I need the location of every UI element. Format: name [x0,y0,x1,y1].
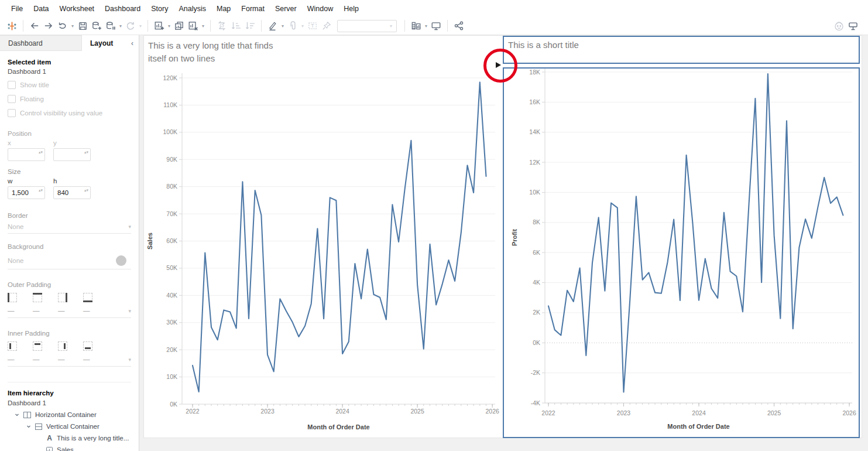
profit-sheet-container[interactable]: -4K-2K0K2K4K6K8K10K12K14K16K18K202220232… [503,67,860,438]
position-heading: Position [8,130,131,137]
spinner-arrows-icon[interactable]: ▴▾ [84,149,88,155]
new-worksheet-caret[interactable]: ▾ [166,23,172,29]
inner-padding-left[interactable]: — [8,341,33,363]
svg-text:Month of Order Date: Month of Order Date [667,423,729,430]
new-data-source-button[interactable] [90,19,104,33]
clear-sheet-caret[interactable]: ▾ [200,23,206,29]
size-h-input[interactable]: 840 ▴▾ [53,186,91,199]
pause-auto-updates-button[interactable] [104,19,118,33]
background-dropdown[interactable]: None [8,250,131,269]
swap-rows-columns-button[interactable] [215,19,229,33]
border-dropdown[interactable]: None ▾ [8,219,131,234]
back-button[interactable] [28,19,42,33]
dashboard-surface[interactable]: This is a very long title that finds its… [143,35,862,438]
background-heading: Background [8,243,131,250]
tree-item-horizontal-container[interactable]: Horizontal Container [8,409,131,421]
hierarchy-root[interactable]: Dashboard 1 [8,399,131,406]
outer-padding-right[interactable]: — [58,293,83,314]
replay-animation-button[interactable] [56,19,70,33]
fix-axes-button[interactable] [320,19,334,33]
svg-text:T: T [311,23,314,29]
floating-checkbox[interactable]: Floating [8,95,131,103]
show-mark-labels-button[interactable]: T [306,19,320,33]
chevron-down-icon[interactable] [26,424,32,429]
group-members-button[interactable] [286,19,300,33]
position-x-input[interactable]: ▴▾ [8,148,45,161]
menu-map[interactable]: Map [211,5,236,13]
svg-text:70K: 70K [166,210,177,217]
group-members-caret[interactable]: ▾ [300,23,306,29]
menu-file[interactable]: File [6,5,28,13]
tree-item-long-title-text[interactable]: A This is a very long title... [8,432,131,444]
tab-layout[interactable]: Layout [82,35,124,51]
profit-chart[interactable]: -4K-2K0K2K4K6K8K10K12K14K16K18K202220232… [504,69,859,437]
svg-text:110K: 110K [163,101,177,108]
svg-text:-2K: -2K [531,369,540,376]
panel-tabs: Dashboard Layout ‹ [0,35,139,51]
highlight-caret[interactable]: ▾ [280,23,286,29]
presentation-mode-button[interactable] [429,19,443,33]
menu-analysis[interactable]: Analysis [173,5,211,13]
toolbar-separator [404,20,405,32]
new-worksheet-button[interactable] [152,19,166,33]
menu-dashboard[interactable]: Dashboard [100,5,146,13]
chevron-down-icon[interactable] [15,412,20,417]
floating-label: Floating [20,95,44,102]
share-workbook-button[interactable] [452,19,466,33]
size-w-input[interactable]: 1,500 ▴▾ [8,186,45,199]
replay-caret[interactable]: ▾ [70,23,76,29]
outer-padding-bottom[interactable]: — [83,293,108,314]
checkbox-icon [8,81,16,89]
inner-padding-top[interactable]: — [33,341,58,363]
menu-help[interactable]: Help [338,5,364,13]
fit-selector[interactable]: ▾ [337,20,397,32]
show-title-checkbox[interactable]: Show title [8,81,131,89]
highlight-button[interactable] [266,19,280,33]
show-me-button[interactable] [846,19,860,33]
spinner-arrows-icon[interactable]: ▴▾ [84,187,88,193]
run-auto-updates-button[interactable] [123,19,138,33]
inner-padding-heading: Inner Padding [8,330,131,337]
menu-server[interactable]: Server [270,5,302,13]
control-visibility-checkbox[interactable]: Control visibility using value [8,109,131,117]
menu-window[interactable]: Window [302,5,338,13]
einstein-copilot-icon[interactable] [832,19,846,33]
container-handle-arrow-icon[interactable] [496,62,501,68]
menu-format[interactable]: Format [236,5,270,13]
sort-ascending-button[interactable] [229,19,243,33]
sort-descending-button[interactable] [243,19,257,33]
svg-text:2023: 2023 [617,409,631,416]
run-updates-caret[interactable]: ▾ [138,23,143,29]
position-y-input[interactable]: ▴▾ [53,148,91,161]
long-title-text-object[interactable]: This is a very long title that finds its… [148,39,276,65]
outer-padding-left[interactable]: — [8,293,33,314]
svg-text:18K: 18K [529,69,540,76]
inner-padding-bottom[interactable]: — [83,341,108,363]
short-title-text-object[interactable]: This is a short title [503,36,860,64]
show-hide-cards-caret[interactable]: ▾ [423,23,429,29]
tree-item-sales-sheet[interactable]: Sales [8,444,131,451]
menu-worksheet[interactable]: Worksheet [54,5,100,13]
menu-story[interactable]: Story [146,5,173,13]
sales-chart[interactable]: 0K10K20K30K40K50K60K70K80K90K100K110K120… [144,64,503,439]
clear-sheet-button[interactable] [186,19,200,33]
svg-text:2022: 2022 [186,408,200,415]
vertical-container-icon [35,423,42,430]
outer-padding-top[interactable]: — [33,293,58,314]
toolbar-separator [261,20,262,32]
duplicate-sheet-button[interactable] [172,19,186,33]
tab-dashboard[interactable]: Dashboard [0,35,82,51]
tree-item-vertical-container-1[interactable]: Vertical Container [8,421,131,432]
outer-padding-heading: Outer Padding [8,281,131,288]
collapse-panel-icon[interactable]: ‹ [131,35,139,51]
spinner-arrows-icon[interactable]: ▴▾ [39,149,43,155]
inner-padding-right[interactable]: — [58,341,83,363]
spinner-arrows-icon[interactable]: ▴▾ [39,187,43,193]
show-hide-cards-button[interactable] [409,19,423,33]
pause-updates-caret[interactable]: ▾ [118,23,123,29]
save-button[interactable] [76,19,90,33]
menu-data[interactable]: Data [28,5,54,13]
forward-button[interactable] [42,19,56,33]
svg-text:12K: 12K [529,159,540,166]
background-color-swatch[interactable] [116,255,126,266]
